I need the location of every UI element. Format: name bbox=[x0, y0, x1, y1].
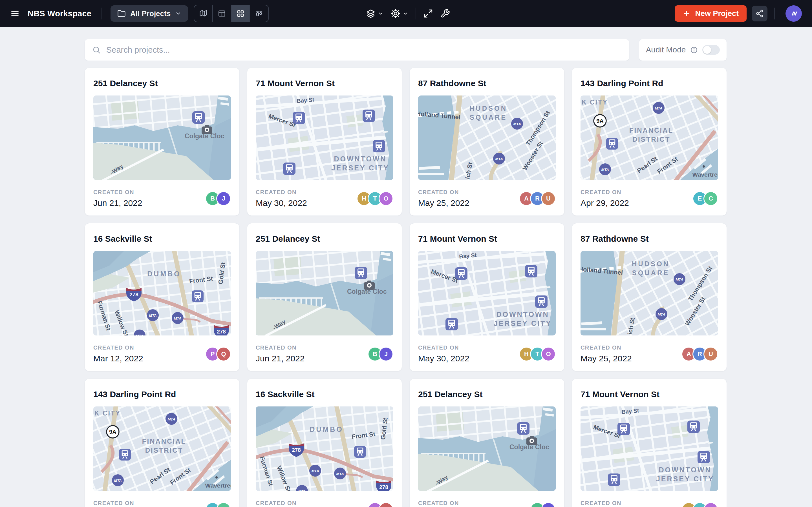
search-box[interactable] bbox=[85, 39, 629, 61]
map-thumbnail[interactable]: Bay StMercer StDOWNTOWNJERSEY CITY bbox=[256, 96, 393, 180]
project-title: 251 Delancey St bbox=[256, 234, 393, 244]
fullscreen-button[interactable] bbox=[423, 9, 433, 18]
project-card[interactable]: 143 Darling Point Rd K CITY9AFINANCIALDI… bbox=[572, 68, 727, 216]
created-on-label: CREATED ON bbox=[418, 189, 469, 195]
svg-text:JERSEY CITY: JERSEY CITY bbox=[494, 320, 552, 327]
created-on-label: CREATED ON bbox=[93, 344, 143, 351]
grid-view-button[interactable] bbox=[231, 5, 250, 22]
map-thumbnail[interactable]: Bay StMercer StDOWNTOWNJERSEY CITY bbox=[418, 251, 556, 335]
card-footer: CREATED ON Mar 12, 2022 PQ bbox=[93, 344, 231, 363]
project-card[interactable]: 251 Delancey St Colgate Cloc-Way CREATED… bbox=[85, 68, 240, 216]
created-on-label: CREATED ON bbox=[93, 500, 134, 506]
settings-dropdown[interactable] bbox=[391, 9, 408, 18]
svg-text:FINANCIAL: FINANCIAL bbox=[629, 126, 673, 134]
svg-text:DUMBO: DUMBO bbox=[310, 425, 343, 433]
folder-icon bbox=[117, 9, 126, 18]
project-card[interactable]: 143 Darling Point Rd K CITY9AFINANCIALDI… bbox=[85, 379, 240, 507]
project-card[interactable]: 71 Mount Vernon St Bay StMercer StDOWNTO… bbox=[247, 68, 402, 216]
avatar[interactable]: J bbox=[216, 191, 231, 206]
project-title: 71 Mount Vernon St bbox=[256, 78, 393, 88]
table-view-button[interactable] bbox=[212, 5, 231, 22]
project-filter-label: All Projects bbox=[130, 9, 170, 18]
map-thumbnail[interactable]: 278278MTAMTAMTADUMBOFront StGold StFurma… bbox=[256, 406, 393, 491]
search-row: Audit Mode bbox=[85, 39, 727, 61]
created-on-label: CREATED ON bbox=[93, 189, 142, 195]
svg-text:278: 278 bbox=[130, 291, 139, 297]
share-button[interactable] bbox=[752, 6, 767, 21]
train-station-icon bbox=[354, 446, 366, 458]
avatar[interactable]: C bbox=[216, 502, 231, 507]
map-thumbnail[interactable]: Colgate Cloc-Way bbox=[256, 251, 393, 335]
new-project-button[interactable]: New Project bbox=[675, 5, 747, 22]
search-icon bbox=[92, 46, 101, 54]
avatar[interactable]: J bbox=[378, 347, 393, 361]
project-card[interactable]: 87 Rathdowne St Holland TunnelHUDSONSQUA… bbox=[409, 68, 564, 216]
avatar[interactable]: Q bbox=[378, 502, 393, 507]
avatar[interactable]: O bbox=[703, 502, 718, 507]
info-icon[interactable] bbox=[690, 46, 698, 54]
svg-text:MTA: MTA bbox=[311, 469, 319, 473]
map-thumbnail[interactable]: Colgate Cloc-Way bbox=[418, 406, 556, 491]
map-thumbnail[interactable]: Holland TunnelHUDSONSQUAREThompson StWoo… bbox=[580, 251, 718, 335]
created-date: May 25, 2022 bbox=[580, 354, 632, 363]
created-on-label: CREATED ON bbox=[418, 500, 459, 506]
kanban-view-button[interactable] bbox=[250, 5, 268, 22]
hamburger-menu-icon[interactable] bbox=[10, 9, 20, 18]
mta-subway-icon: MTA bbox=[493, 153, 505, 165]
card-footer: CREATED ON May 25, 2022 ARU bbox=[418, 189, 556, 208]
avatar[interactable]: Q bbox=[216, 347, 231, 361]
svg-text:JERSEY CITY: JERSEY CITY bbox=[656, 475, 714, 483]
card-footer: CREATED ON May 30, 2022 HTO bbox=[418, 344, 556, 363]
avatar-group: ARU bbox=[681, 347, 718, 361]
project-card[interactable]: 251 Delancey St Colgate Cloc-Way CREATED… bbox=[409, 379, 564, 507]
svg-text:278: 278 bbox=[379, 484, 388, 490]
avatar[interactable]: O bbox=[378, 191, 393, 206]
map-thumbnail[interactable]: Holland TunnelHUDSONSQUAREThompson StWoo… bbox=[418, 96, 556, 180]
map-thumbnail[interactable]: K CITY9AFINANCIALDISTRICTMTAMTAPearl StF… bbox=[93, 406, 231, 491]
card-footer: CREATED ON Jun 21, 2022 BJ bbox=[256, 344, 393, 363]
project-card[interactable]: 16 Sackville St 278278MTAMTAMTADUMBOFron… bbox=[247, 379, 402, 507]
svg-text:MTA: MTA bbox=[136, 334, 143, 335]
project-title: 71 Mount Vernon St bbox=[580, 390, 718, 399]
search-input[interactable] bbox=[106, 45, 622, 55]
svg-text:SQUARE: SQUARE bbox=[632, 269, 670, 277]
avatar[interactable]: C bbox=[703, 191, 718, 206]
layers-dropdown[interactable] bbox=[366, 9, 384, 18]
train-station-icon bbox=[355, 267, 367, 279]
audit-mode-toggle[interactable] bbox=[702, 45, 720, 55]
project-title: 143 Darling Point Rd bbox=[580, 78, 718, 88]
map-thumbnail[interactable]: Bay StMercer StDOWNTOWNJERSEY CITY bbox=[580, 406, 718, 491]
mta-subway-icon: MTA bbox=[309, 465, 321, 476]
created-date: Jun 21, 2022 bbox=[256, 354, 305, 363]
map-view-button[interactable] bbox=[194, 5, 212, 22]
project-card[interactable]: 71 Mount Vernon St Bay StMercer StDOWNTO… bbox=[572, 379, 727, 507]
card-footer: CREATED ON Jun 21, 2022 BJ bbox=[93, 189, 231, 208]
created-on-label: CREATED ON bbox=[256, 344, 305, 351]
avatar[interactable]: U bbox=[541, 191, 556, 206]
project-card[interactable]: 251 Delancey St Colgate Cloc-Way CREATED… bbox=[247, 223, 402, 371]
svg-text:MTA: MTA bbox=[174, 316, 181, 321]
map-thumbnail[interactable]: 278278MTAMTAMTADUMBOFront StGold StFurma… bbox=[93, 251, 231, 335]
project-card[interactable]: 16 Sackville St 278278MTAMTAMTADUMBOFron… bbox=[85, 223, 240, 371]
avatar[interactable]: U bbox=[703, 347, 718, 361]
project-card[interactable]: 71 Mount Vernon St Bay StMercer StDOWNTO… bbox=[409, 223, 564, 371]
project-title: 87 Rathdowne St bbox=[418, 78, 556, 88]
svg-text:9A: 9A bbox=[596, 118, 604, 124]
tools-button[interactable] bbox=[441, 9, 450, 18]
card-footer: CREATED ON May 30, 2022 HTO bbox=[256, 189, 393, 208]
avatar[interactable]: O bbox=[541, 347, 556, 361]
workspace-logo-button[interactable] bbox=[785, 5, 802, 22]
svg-text:DOWNTOWN: DOWNTOWN bbox=[334, 155, 387, 163]
avatar-group: PQ bbox=[368, 502, 393, 507]
share-icon bbox=[755, 9, 764, 18]
project-card[interactable]: 87 Rathdowne St Holland TunnelHUDSONSQUA… bbox=[572, 223, 727, 371]
map-thumbnail[interactable]: Colgate Cloc-Way bbox=[93, 96, 231, 180]
svg-text:278: 278 bbox=[292, 447, 301, 453]
avatar-group: HTO bbox=[357, 191, 393, 206]
project-filter-dropdown[interactable]: All Projects bbox=[110, 5, 188, 22]
avatar[interactable]: J bbox=[541, 502, 556, 507]
svg-text:MTA: MTA bbox=[513, 122, 521, 126]
map-thumbnail[interactable]: K CITY9AFINANCIALDISTRICTMTAMTAPearl StF… bbox=[580, 96, 718, 180]
expand-icon bbox=[423, 9, 433, 18]
created-on-label: CREATED ON bbox=[580, 344, 632, 351]
